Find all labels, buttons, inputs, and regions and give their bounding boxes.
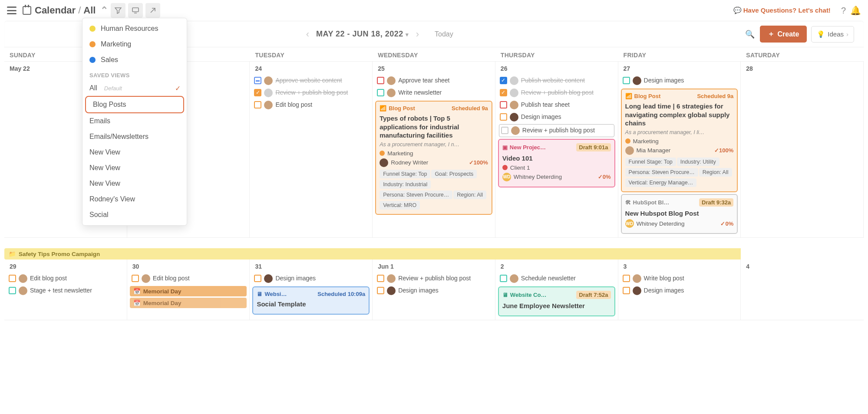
checkbox-icon[interactable] [377, 89, 384, 96]
checkbox-icon[interactable] [500, 275, 507, 282]
menu-icon[interactable] [7, 7, 17, 14]
day-24[interactable]: 24 Approve website content ✓Review + pub… [250, 62, 373, 238]
checkbox-icon[interactable] [623, 287, 630, 294]
checkbox-icon[interactable] [501, 127, 508, 134]
card-title: Types of robots | Top 5 applications for… [380, 114, 488, 140]
campaign-banner[interactable]: 📁 Safety Tips Promo Campaign [4, 248, 741, 260]
task[interactable]: ✓Review + publish blog post [497, 87, 616, 99]
card-blog-post[interactable]: 📶Blog PostScheduled 9a Types of robots |… [375, 101, 492, 215]
avatar-icon [510, 89, 518, 97]
checkbox-checked-icon[interactable]: ✓ [500, 89, 507, 96]
task[interactable]: Design images [497, 111, 616, 123]
task[interactable]: ✓Review + publish blog post [251, 87, 370, 99]
task-active[interactable]: Review + publish blog post [499, 124, 614, 137]
task[interactable]: Approve tear sheet [374, 75, 493, 87]
notifications-icon[interactable]: 🔔 [850, 5, 861, 16]
holiday-pill[interactable]: 📅 Memorial Day [130, 286, 247, 296]
card-website[interactable]: 🖥 Websi…Scheduled 10:09a Social Template [252, 286, 370, 315]
view-social[interactable]: Social [83, 207, 187, 223]
day-2[interactable]: 2 Schedule newsletter 🖥 Website Co…Draft… [495, 260, 618, 320]
dropdown-team-sales[interactable]: Sales [83, 52, 187, 68]
checkbox-icon[interactable] [132, 275, 139, 282]
checkbox-icon[interactable] [9, 287, 16, 294]
view-new3[interactable]: New View [83, 176, 187, 191]
card-video[interactable]: ▣ New Projec…Draft 9:01a Video 101 Clien… [498, 139, 615, 187]
avatar-icon [510, 274, 518, 283]
checkbox-icon[interactable] [500, 101, 507, 108]
holiday-pill[interactable]: 📅 Memorial Day [130, 298, 247, 308]
task[interactable]: ✓Publish website content [497, 75, 616, 87]
task[interactable]: Approve website content [251, 75, 370, 87]
chat-link[interactable]: 💬 Have Questions? Let's chat! [733, 7, 831, 14]
day-26[interactable]: 26 ✓Publish website content ✓Review + pu… [495, 62, 618, 238]
dropdown-team-hr[interactable]: Human Resources [83, 21, 187, 36]
task[interactable]: Schedule newsletter [497, 273, 616, 285]
task[interactable]: Stage + test newsletter [6, 285, 125, 297]
checkbox-icon[interactable] [377, 287, 384, 294]
today-button[interactable]: Today [435, 30, 453, 38]
breadcrumb-app[interactable]: Calendar [35, 5, 76, 16]
avatar-icon [510, 113, 518, 122]
breadcrumb-chevron-icon[interactable]: ⌃ [100, 5, 108, 16]
task[interactable]: Review + publish blog post [374, 273, 493, 285]
task[interactable]: Design images [251, 273, 370, 285]
checkbox-partial-icon[interactable] [254, 77, 261, 84]
checkbox-icon[interactable] [9, 275, 16, 282]
day-29[interactable]: 29 Edit blog post Stage + test newslette… [4, 260, 127, 320]
day-31[interactable]: 31 Design images 🖥 Websi…Scheduled 10:09… [250, 260, 373, 320]
task[interactable]: Design images [620, 285, 739, 297]
filter-button[interactable] [111, 3, 125, 18]
display-button[interactable] [128, 3, 143, 18]
calendar-icon [23, 6, 31, 15]
task[interactable]: Design images [620, 75, 739, 87]
task[interactable]: Write blog post [620, 273, 739, 285]
view-emails-newsletters[interactable]: Emails/Newsletters [83, 129, 187, 145]
task[interactable]: Edit blog post [6, 273, 125, 285]
avatar-icon [264, 89, 273, 97]
view-emails[interactable]: Emails [83, 113, 187, 129]
search-icon[interactable]: 🔍 [745, 30, 755, 39]
checkbox-icon[interactable] [377, 77, 384, 84]
checkbox-icon[interactable] [623, 275, 630, 282]
day-3[interactable]: 3 Write blog post Design images [618, 260, 741, 320]
checkbox-checked-icon[interactable]: ✓ [254, 89, 261, 96]
avatar-icon [633, 76, 641, 85]
checkbox-checked-icon[interactable]: ✓ [500, 77, 507, 84]
checkbox-icon[interactable] [254, 101, 261, 108]
day-jun1[interactable]: Jun 1 Review + publish blog post Design … [373, 260, 495, 320]
checkbox-icon[interactable] [500, 113, 507, 121]
view-new1[interactable]: New View [83, 145, 187, 160]
next-range-button[interactable]: › [416, 29, 419, 40]
view-all[interactable]: All Default✓ [83, 80, 187, 96]
day-4[interactable]: 4 [741, 260, 864, 320]
task[interactable]: Edit blog post [129, 273, 248, 285]
create-button[interactable]: ＋ Create [760, 26, 807, 43]
share-button[interactable] [145, 3, 160, 18]
day-30[interactable]: 30 Edit blog post 📅 Memorial Day 📅 Memor… [127, 260, 250, 320]
avatar-icon [264, 274, 273, 283]
view-new2[interactable]: New View [83, 160, 187, 176]
card-hubspot[interactable]: 🛠 HubSpot Bl…Draft 9:32a New Hubspot Blo… [621, 194, 738, 234]
day-25[interactable]: 25 Approve tear sheet Write newsletter 📶… [373, 62, 495, 238]
dropdown-team-marketing[interactable]: Marketing [83, 36, 187, 52]
task[interactable]: Edit blog post [251, 99, 370, 111]
ideas-button[interactable]: 💡 Ideas › [811, 26, 854, 43]
prev-range-button[interactable]: ‹ [306, 29, 309, 40]
card-website-content[interactable]: 🖥 Website Co…Draft 7:52a June Employee N… [498, 286, 615, 316]
view-rodney[interactable]: Rodney's View [83, 191, 187, 207]
checkbox-icon[interactable] [254, 275, 261, 282]
date-range[interactable]: MAY 22 - JUN 18, 2022 ▾ [316, 30, 409, 39]
task[interactable]: Design images [374, 285, 493, 297]
card-blog-post[interactable]: 📶 Blog PostScheduled 9a Long lead time |… [621, 89, 738, 192]
day-28[interactable]: 28 [741, 62, 864, 238]
dayhead-wed: WEDNESDAY [373, 47, 495, 62]
day-27[interactable]: 27 Design images 📶 Blog PostScheduled 9a… [618, 62, 741, 238]
view-blog-posts[interactable]: Blog Posts [85, 96, 184, 113]
task[interactable]: Write newsletter [374, 87, 493, 99]
saved-views-header: SAVED VIEWS [83, 68, 187, 80]
checkbox-icon[interactable] [623, 77, 630, 84]
task[interactable]: Publish tear sheet [497, 99, 616, 111]
checkbox-icon[interactable] [377, 275, 384, 282]
help-icon[interactable]: ? [841, 6, 846, 16]
breadcrumb-view[interactable]: All [83, 5, 96, 16]
